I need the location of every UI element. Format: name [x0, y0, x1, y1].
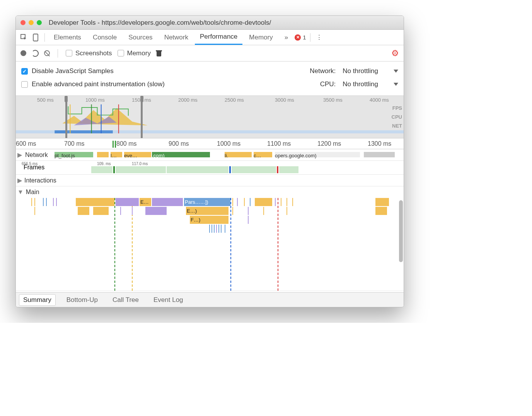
frame[interactable]: [229, 166, 231, 173]
trash-icon[interactable]: [156, 50, 162, 56]
net-request[interactable]: .com): [152, 152, 210, 157]
flame-block[interactable]: F…): [190, 216, 228, 224]
tab-memory[interactable]: Memory: [244, 30, 278, 45]
flame-block[interactable]: [152, 198, 183, 206]
main-flame-chart[interactable]: E… Pars……]) E…): [16, 198, 404, 291]
error-badge[interactable]: ✕ 1: [295, 34, 306, 41]
net-request[interactable]: eve…: [124, 152, 151, 157]
timeline-ruler: 600 ms 700 ms 800 ms 900 ms 1000 ms 1100…: [16, 138, 404, 149]
frame[interactable]: [91, 166, 113, 173]
flame-block[interactable]: [145, 207, 167, 215]
flame-block[interactable]: [375, 207, 387, 215]
cpu-throttle-dropdown[interactable]: No throttling: [343, 80, 398, 88]
flame-block[interactable]: [93, 207, 109, 215]
error-icon: ✕: [295, 34, 301, 41]
frame[interactable]: [277, 166, 278, 173]
frame[interactable]: [232, 166, 276, 173]
divider: [310, 33, 310, 42]
net-request[interactable]: [97, 152, 109, 157]
net-request[interactable]: l…: [111, 152, 122, 157]
window-handle-left[interactable]: [65, 96, 68, 102]
net-request[interactable]: pt_foot.js: [55, 152, 93, 157]
capture-settings: Disable JavaScript Samples Network: No t…: [16, 61, 404, 96]
tab-performance[interactable]: Performance: [195, 30, 242, 45]
checkbox-icon: [21, 81, 28, 88]
error-count: 1: [303, 34, 306, 41]
flame-block[interactable]: [78, 207, 89, 215]
checkbox-icon: [66, 50, 72, 56]
overview-window[interactable]: [65, 96, 143, 138]
tab-network[interactable]: Network: [159, 30, 193, 45]
tab-overflow[interactable]: »: [280, 30, 293, 45]
overview-labels: FPS CPU NET: [392, 105, 402, 129]
window-handle-right[interactable]: [140, 96, 143, 102]
net-request[interactable]: li.: [225, 152, 252, 157]
net-request[interactable]: c…: [254, 152, 272, 157]
inspect-icon[interactable]: [19, 32, 29, 43]
checkbox-icon: [21, 68, 28, 75]
divider: [58, 49, 58, 58]
reload-icon[interactable]: [32, 50, 39, 57]
tab-calltree[interactable]: Call Tree: [109, 295, 143, 305]
timeline-panel[interactable]: 600 ms 700 ms 800 ms 900 ms 1000 ms 1100…: [16, 138, 404, 292]
record-button[interactable]: [20, 50, 26, 56]
flame-block[interactable]: [375, 198, 389, 206]
minimize-icon[interactable]: [29, 20, 34, 25]
close-icon[interactable]: [20, 20, 26, 25]
clear-icon[interactable]: [44, 50, 50, 56]
tab-eventlog[interactable]: Event Log: [150, 295, 187, 305]
tab-bottomup[interactable]: Bottom-Up: [63, 295, 102, 305]
zoom-icon[interactable]: [37, 20, 42, 25]
overview-panel[interactable]: 500 ms 1000 ms 1500 ms 2000 ms 2500 ms 3…: [16, 96, 404, 138]
net-request[interactable]: [364, 152, 395, 157]
network-label: Network:: [310, 67, 336, 75]
record-controls: Screenshots Memory ⚙: [16, 45, 404, 61]
device-icon[interactable]: [31, 32, 41, 43]
tab-sources[interactable]: Sources: [123, 30, 157, 45]
network-track[interactable]: ▶ Network pt_foot.js l… eve… .com) li. c…: [16, 149, 404, 161]
scrollbar[interactable]: [399, 200, 403, 292]
memory-checkbox[interactable]: Memory: [118, 49, 151, 57]
flame-block[interactable]: [255, 198, 272, 206]
flame-block[interactable]: [76, 198, 114, 206]
cpu-label: CPU:: [320, 80, 336, 88]
flame-block[interactable]: [116, 198, 139, 206]
window-title: Developer Tools - https://developers.goo…: [49, 19, 271, 27]
checkbox-icon: [118, 50, 124, 56]
chevron-down-icon: [394, 70, 398, 73]
frame[interactable]: [279, 166, 298, 173]
scroll-thumb[interactable]: [399, 200, 403, 262]
screenshots-checkbox[interactable]: Screenshots: [66, 49, 112, 57]
tab-console[interactable]: Console: [88, 30, 122, 45]
flame-block[interactable]: E…): [186, 207, 228, 215]
chevron-down-icon: [394, 83, 398, 86]
gear-icon[interactable]: ⚙: [391, 48, 399, 58]
bottom-tabs: Summary Bottom-Up Call Tree Event Log: [16, 292, 404, 307]
interactions-track[interactable]: ▶ Interactions: [16, 175, 404, 186]
divider: [44, 33, 45, 42]
flame-block[interactable]: E…: [140, 198, 151, 206]
net-request[interactable]: opers.google.com): [275, 152, 360, 157]
devtools-window: Developer Tools - https://developers.goo…: [15, 15, 404, 307]
frame[interactable]: [167, 166, 228, 173]
enable-paint-checkbox[interactable]: Enable advanced paint instrumentation (s…: [21, 80, 165, 88]
kebab-menu-icon[interactable]: ⋮: [314, 32, 324, 43]
frame[interactable]: [113, 166, 115, 173]
titlebar: Developer Tools - https://developers.goo…: [16, 16, 404, 30]
flame-block[interactable]: Pars……]): [184, 198, 230, 206]
tab-elements[interactable]: Elements: [49, 30, 86, 45]
frame[interactable]: [116, 166, 166, 173]
tab-summary[interactable]: Summary: [19, 294, 56, 306]
window-controls: [20, 20, 42, 25]
main-toolbar: Elements Console Sources Network Perform…: [16, 30, 404, 45]
chevron-right-icon: ▶: [17, 177, 22, 184]
main-track-header[interactable]: ▼ Main: [16, 186, 404, 198]
chevron-right-icon: ▶: [17, 151, 22, 159]
svg-rect-1: [33, 34, 38, 41]
frames-track[interactable]: 656.5 ms Frames 109. ms 117.0 ms: [16, 161, 404, 175]
chevron-down-icon: ▼: [17, 189, 24, 196]
raster-track[interactable]: ▶ Raster: [16, 291, 404, 292]
disable-js-samples-checkbox[interactable]: Disable JavaScript Samples: [21, 67, 114, 75]
network-throttle-dropdown[interactable]: No throttling: [343, 67, 398, 75]
